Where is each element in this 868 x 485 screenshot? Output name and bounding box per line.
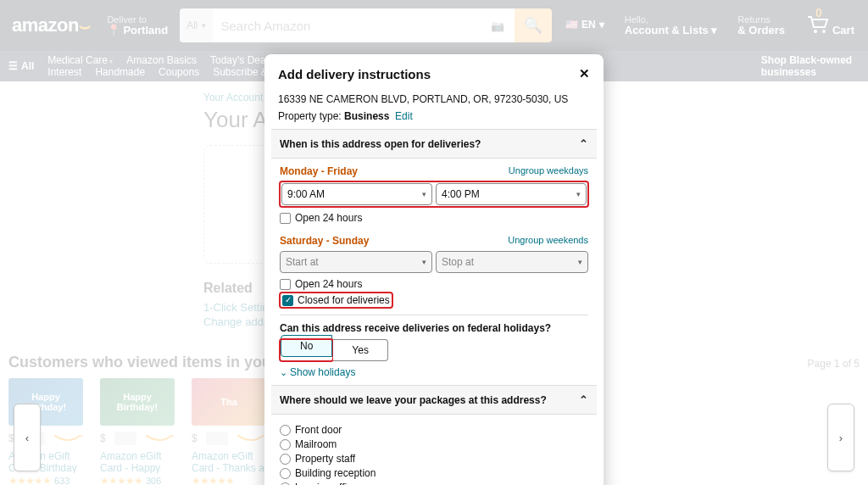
package-location-radio[interactable] <box>280 425 291 436</box>
edit-property-link[interactable]: Edit <box>395 110 413 122</box>
federal-holiday-question: Can this address receive deliveries on f… <box>280 322 588 334</box>
package-location-radio[interactable] <box>280 482 291 486</box>
carousel-next-button[interactable]: › <box>827 404 854 471</box>
modal-title: Add delivery instructions <box>278 67 431 81</box>
weekday-end-select[interactable]: 4:00 PM <box>436 183 587 205</box>
weekday-start-select[interactable]: 9:00 AM <box>281 183 432 205</box>
weekday-label: Monday - Friday <box>280 165 358 177</box>
sec2-title: Where should we leave your packages at t… <box>280 394 547 406</box>
section-package-location[interactable]: Where should we leave your packages at t… <box>271 385 597 415</box>
carousel-prev-button[interactable]: ‹ <box>14 404 41 471</box>
modal-header: Add delivery instructions ✕ <box>264 54 604 90</box>
closed-checkbox[interactable] <box>282 295 293 306</box>
holiday-yes-button[interactable]: Yes <box>333 339 388 361</box>
package-location-label: Mailroom <box>295 438 337 450</box>
closed-label: Closed for deliveries <box>298 294 390 306</box>
section-open-hours[interactable]: When is this address open for deliveries… <box>271 129 597 159</box>
package-location-radio[interactable] <box>280 454 291 465</box>
weekday-open24-label: Open 24 hours <box>295 212 362 224</box>
weekend-label: Saturday - Sunday <box>280 235 369 247</box>
property-type-row: Property type: Business Edit <box>271 109 597 129</box>
show-holidays-link[interactable]: Show holidays <box>280 366 355 378</box>
weekend-end-select[interactable]: Stop at <box>436 251 588 273</box>
sec1-title: When is this address open for deliveries… <box>280 138 481 150</box>
highlight-weekday-times: 9:00 AM 4:00 PM <box>280 181 588 207</box>
prop-label: Property type: <box>278 110 342 122</box>
weekend-start-select[interactable]: Start at <box>280 251 432 273</box>
package-location-radio[interactable] <box>280 468 291 479</box>
delivery-instructions-modal: Add delivery instructions ✕ 16339 NE CAM… <box>264 54 604 485</box>
package-location-label: Leasing office <box>295 482 358 485</box>
weekday-open24-checkbox[interactable] <box>280 213 291 224</box>
package-location-radio[interactable] <box>280 439 291 450</box>
chevron-up-icon: ⌃ <box>579 393 588 406</box>
package-location-label: Building reception <box>295 467 376 479</box>
package-location-label: Front door <box>295 424 342 436</box>
holiday-no-button[interactable]: No <box>281 335 332 357</box>
ungroup-weekends-link[interactable]: Ungroup weekends <box>508 235 588 247</box>
prop-value: Business <box>344 110 389 122</box>
close-icon[interactable]: ✕ <box>579 66 590 81</box>
chevron-up-icon: ⌃ <box>579 137 588 150</box>
weekend-open24-checkbox[interactable] <box>280 279 291 290</box>
weekend-open24-label: Open 24 hours <box>295 278 362 290</box>
modal-address: 16339 NE CAMERON BLVD, PORTLAND, OR, 972… <box>271 90 597 109</box>
package-location-label: Property staff <box>295 453 355 465</box>
ungroup-weekdays-link[interactable]: Ungroup weekdays <box>509 165 588 177</box>
